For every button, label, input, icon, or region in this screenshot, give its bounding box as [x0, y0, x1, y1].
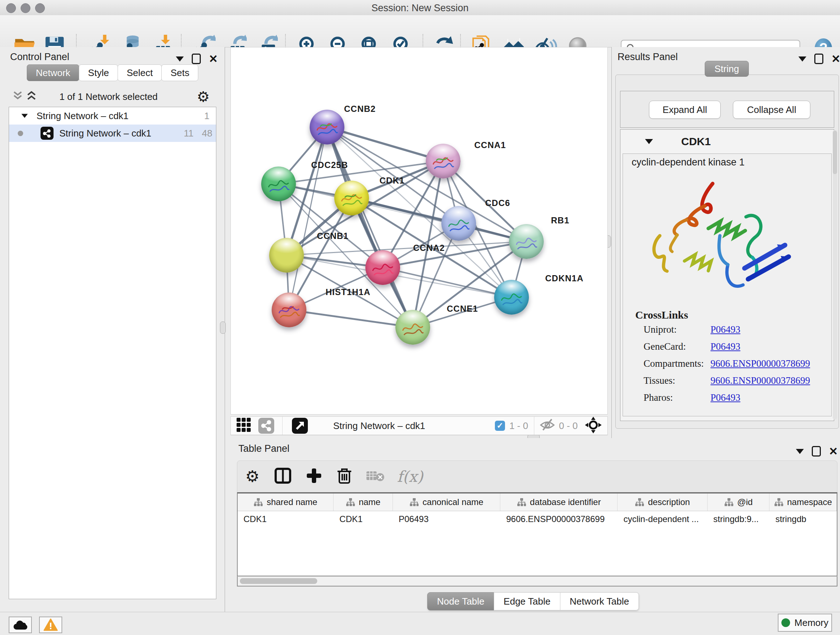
crosslink-link[interactable]: 9606.ENSP00000378699 — [711, 375, 810, 386]
protein-details: cyclin-dependent kinase 1 — [622, 154, 832, 416]
window-title: Session: New Session — [0, 3, 840, 14]
column-header-canonicalname[interactable]: canonical name — [393, 494, 500, 511]
network-node-hist1h1a[interactable] — [272, 293, 306, 327]
panel-close-icon[interactable]: ✕ — [831, 55, 840, 63]
panel-close-icon[interactable]: ✕ — [829, 447, 838, 455]
crosslink-link[interactable]: 9606.ENSP00000378699 — [711, 358, 810, 369]
protein-thumbnail — [513, 233, 539, 252]
tab-select[interactable]: Select — [118, 65, 162, 81]
warning-icon — [43, 618, 58, 631]
network-node-ccna2[interactable] — [365, 250, 400, 285]
table-horizontal-scrollbar[interactable] — [237, 576, 837, 586]
network-node-cdkn1a[interactable] — [494, 280, 529, 315]
network-canvas[interactable]: CCNB2CCNA1CDC25BCDK1CDC6RB1CCNB1CCNA2CDK… — [231, 47, 608, 415]
network-tree-row[interactable]: String Network – cdk1 1 — [9, 107, 216, 125]
column-header-id[interactable]: @id — [707, 494, 770, 511]
warning-button[interactable] — [39, 616, 62, 633]
tab-style[interactable]: Style — [79, 65, 118, 81]
results-scrollbar-thumb[interactable] — [833, 131, 837, 174]
eye-slash-icon — [539, 418, 555, 434]
table-cell[interactable]: CDK1 — [238, 511, 333, 527]
network-selected-label: 1 of 1 Network selected — [29, 91, 188, 103]
column-header-name[interactable]: name — [333, 494, 393, 511]
column-header-sharedname[interactable]: shared name — [238, 494, 333, 511]
network-node-ccna1[interactable] — [426, 144, 461, 179]
network-node-rb1[interactable] — [509, 224, 544, 259]
results-panel-buttons: ✕ — [798, 54, 840, 64]
network-tree-header: 1 of 1 Network selected ⚙ — [0, 89, 225, 104]
tree-expand-icon[interactable] — [21, 114, 28, 118]
panel-maximize-icon[interactable] — [814, 54, 823, 64]
protein-name: CDK1 — [681, 135, 711, 148]
memory-button[interactable]: Memory — [778, 614, 832, 632]
network-node-cdc6[interactable] — [441, 206, 476, 241]
share-icon[interactable] — [258, 418, 274, 434]
crosslink-link[interactable]: P06493 — [711, 324, 741, 335]
table-cell[interactable]: 9606.ENSP00000378699 — [500, 511, 617, 527]
network-view-toolbar: String Network – cdk1 ✓ 1 - 0 0 - 0 — [231, 416, 608, 435]
gear-icon[interactable]: ⚙ — [245, 469, 259, 484]
network-status-dot — [18, 131, 23, 136]
open-in-window-icon[interactable] — [292, 418, 308, 434]
table-row[interactable]: CDK1CDK1P064939606.ENSP00000378699cyclin… — [238, 511, 837, 527]
panel-maximize-icon[interactable] — [812, 446, 821, 456]
column-header-databaseidentifier[interactable]: database identifier — [500, 494, 617, 511]
table-cell[interactable]: stringdb — [769, 511, 837, 527]
tab-edge-table[interactable]: Edge Table — [494, 592, 561, 610]
function-builder-icon: f(x) — [397, 468, 423, 486]
checkbox-icon[interactable]: ✓ — [495, 421, 505, 431]
tab-network-table[interactable]: Network Table — [560, 592, 639, 610]
network-node-ccnb1[interactable] — [269, 238, 304, 272]
panel-close-icon[interactable]: ✕ — [209, 55, 218, 63]
network-options-gear-icon[interactable]: ⚙ — [197, 89, 210, 104]
status-bar: Memory — [0, 612, 840, 635]
table-type-tabs: Node TableEdge TableNetwork Table — [428, 592, 639, 610]
crosshair-icon[interactable] — [585, 417, 602, 435]
network-tree-row[interactable]: String Network – cdk1 11 48 — [9, 125, 216, 142]
tab-sets[interactable]: Sets — [161, 65, 198, 81]
network-node-ccne1[interactable] — [395, 310, 430, 345]
table-cell[interactable]: P06493 — [393, 511, 500, 527]
column-label: name — [359, 497, 381, 507]
add-column-icon[interactable] — [306, 467, 322, 486]
table-cell[interactable]: stringdb:9... — [707, 511, 770, 527]
panel-float-icon[interactable] — [176, 57, 184, 62]
protein-card-header[interactable]: CDK1 — [621, 130, 834, 154]
collapse-all-button[interactable]: Collapse All — [733, 101, 810, 119]
protein-card: CDK1 cyclin-dependent kinase 1 — [620, 129, 834, 421]
results-container: Expand All Collapse All CDK1 cyclin-depe… — [615, 74, 839, 429]
crosslink-label: Pharos: — [644, 392, 711, 403]
columns-icon[interactable] — [275, 468, 291, 485]
panel-maximize-icon[interactable] — [192, 54, 201, 64]
crosslink-link[interactable]: P06493 — [711, 341, 741, 352]
network-label: String Network – cdk1 — [59, 128, 151, 139]
cloud-button[interactable] — [9, 616, 32, 633]
tab-node-table[interactable]: Node Table — [427, 592, 494, 610]
column-type-icon — [346, 497, 355, 507]
network-node-cdk1[interactable] — [334, 181, 369, 215]
left-splitter-handle[interactable] — [220, 321, 226, 334]
panel-float-icon[interactable] — [796, 449, 804, 454]
table-body: CDK1CDK1P064939606.ENSP00000378699cyclin… — [238, 511, 837, 527]
column-header-description[interactable]: description — [617, 494, 707, 511]
results-panel-title: Results Panel — [617, 51, 678, 63]
network-node-ccnb2[interactable] — [309, 110, 344, 144]
table-cell[interactable]: CDK1 — [333, 511, 393, 527]
collapse-entry-icon[interactable] — [645, 139, 653, 144]
network-tree: String Network – cdk1 1 String Network –… — [9, 107, 216, 599]
protein-description: cyclin-dependent kinase 1 — [632, 157, 745, 168]
delete-column-icon[interactable] — [337, 467, 352, 486]
tab-string[interactable]: String — [705, 61, 749, 77]
expand-all-button[interactable]: Expand All — [649, 101, 721, 119]
tab-network[interactable]: Network — [27, 65, 79, 81]
scrollbar-thumb[interactable] — [240, 578, 317, 584]
table-cell[interactable]: cyclin-dependent ... — [617, 511, 707, 527]
column-header-namespace[interactable]: namespace — [769, 494, 837, 511]
collapse-all-icon[interactable] — [12, 90, 23, 103]
control-panel-tabs: NetworkStyleSelectSets — [27, 65, 198, 81]
network-node-cdc25b[interactable] — [261, 166, 296, 201]
grid-icon[interactable] — [236, 417, 252, 434]
table-panel-title: Table Panel — [238, 443, 289, 454]
panel-float-icon[interactable] — [798, 57, 806, 62]
crosslink-link[interactable]: P06493 — [711, 392, 741, 403]
